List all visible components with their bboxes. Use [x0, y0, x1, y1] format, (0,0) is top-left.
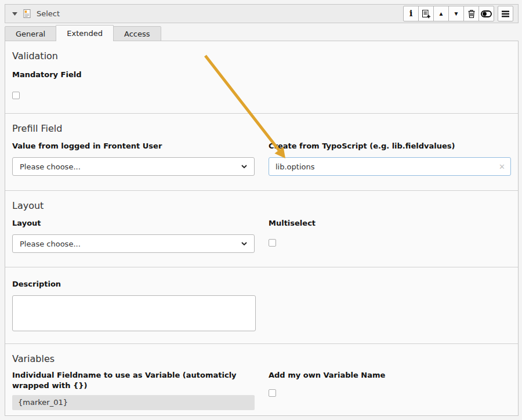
- frontend-user-select-value: Please choose...: [20, 162, 81, 171]
- description-textarea[interactable]: [12, 295, 256, 331]
- tab-access[interactable]: Access: [113, 26, 161, 41]
- record-title: Select: [37, 9, 60, 18]
- section-title: Variables: [12, 353, 511, 364]
- tab-content-extended: Validation Mandatory Field Prefill Field…: [5, 41, 519, 416]
- section-prefill: Prefill Field Value from logged in Front…: [5, 114, 518, 191]
- section-title: Layout: [12, 200, 511, 211]
- fieldname-variable-label: Individual Fieldname to use as Variable …: [12, 370, 255, 391]
- description-label: Description: [12, 279, 511, 289]
- tab-extended[interactable]: Extended: [56, 25, 114, 41]
- own-variable-label: Add my own Variable Name: [269, 370, 511, 381]
- trash-icon: [467, 9, 476, 19]
- tab-general[interactable]: General: [5, 26, 56, 41]
- chevron-down-icon: [241, 242, 247, 245]
- collapse-toggle-icon[interactable]: [12, 12, 17, 16]
- info-icon: i: [409, 9, 413, 18]
- section-variables: Variables Individual Fieldname to use as…: [5, 344, 518, 415]
- multiselect-label: Multiselect: [269, 218, 511, 229]
- inline-record-editor: Select i ▲ ▼: [0, 0, 522, 420]
- record-header: Select i ▲ ▼: [5, 4, 519, 23]
- section-title: Validation: [12, 50, 511, 61]
- frontend-user-select[interactable]: Please choose...: [12, 157, 255, 176]
- section-validation: Validation Mandatory Field: [5, 41, 518, 114]
- marker-readonly-input: [12, 395, 255, 410]
- tab-general-label: General: [16, 30, 45, 38]
- mandatory-checkbox[interactable]: [12, 92, 20, 99]
- more-options-button[interactable]: [498, 6, 513, 21]
- menu-icon: [501, 10, 510, 17]
- section-title: Prefill Field: [12, 123, 511, 134]
- layout-select-value: Please choose...: [20, 240, 81, 248]
- arrow-down-icon: ▼: [454, 11, 459, 17]
- frontend-user-label: Value from logged in Frontent User: [12, 141, 255, 151]
- typoscript-input[interactable]: [269, 157, 511, 176]
- move-down-button[interactable]: ▼: [448, 6, 464, 21]
- toggle-visibility-button[interactable]: [478, 6, 494, 21]
- document-plus-icon: [421, 9, 431, 19]
- record-toolbar: i ▲ ▼: [403, 6, 513, 21]
- multiselect-checkbox[interactable]: [269, 239, 276, 247]
- tab-bar: General Extended Access: [5, 25, 161, 41]
- mandatory-field-label: Mandatory Field: [12, 70, 511, 80]
- layout-label: Layout: [12, 218, 255, 229]
- typoscript-label: Create from TypoScript (e.g. lib.fieldva…: [269, 141, 511, 151]
- tab-access-label: Access: [124, 30, 150, 38]
- layout-select[interactable]: Please choose...: [12, 234, 255, 253]
- tab-extended-label: Extended: [67, 29, 103, 38]
- move-up-button[interactable]: ▲: [433, 6, 449, 21]
- clear-input-icon[interactable]: ✕: [499, 163, 505, 171]
- chevron-down-icon: [241, 165, 247, 168]
- toggle-icon: [481, 10, 492, 17]
- info-button[interactable]: i: [403, 6, 419, 21]
- record-type-icon: [23, 9, 31, 19]
- own-variable-checkbox[interactable]: [269, 389, 276, 397]
- arrow-up-icon: ▲: [438, 11, 444, 17]
- section-description: Description: [5, 267, 518, 344]
- section-layout: Layout Layout Please choose... Multisele…: [5, 191, 518, 267]
- new-record-after-button[interactable]: [418, 6, 434, 21]
- delete-button[interactable]: [463, 6, 479, 21]
